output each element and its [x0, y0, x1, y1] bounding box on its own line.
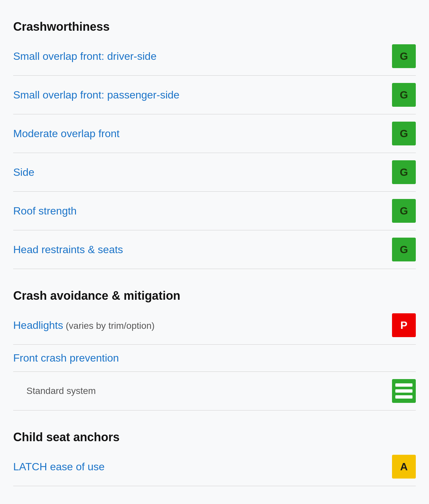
row-label: Moderate overlap front [13, 128, 120, 140]
rating-row[interactable]: Roof strengthG [13, 192, 416, 230]
page-content: CrashworthinessSmall overlap front: driv… [13, 20, 416, 486]
rating-row[interactable]: Head restraints & seatsG [13, 230, 416, 269]
rating-badge: G [392, 160, 416, 184]
rating-badge: A [392, 455, 416, 479]
rating-badge: G [392, 44, 416, 68]
rating-row[interactable]: Headlights (varies by trim/option)P [13, 306, 416, 345]
row-label: Roof strength [13, 205, 77, 217]
rating-row[interactable]: Small overlap front: passenger-sideG [13, 76, 416, 114]
row-note: (varies by trim/option) [63, 321, 155, 331]
row-label: Front crash prevention [13, 352, 119, 364]
row-label: Small overlap front: driver-side [13, 50, 157, 62]
row-label: Headlights (varies by trim/option) [13, 319, 155, 331]
section-crashworthiness: CrashworthinessSmall overlap front: driv… [13, 20, 416, 269]
rows-child-seat: LATCH ease of useA [13, 447, 416, 486]
rating-row[interactable]: SideG [13, 153, 416, 192]
section-title-child-seat: Child seat anchors [13, 430, 416, 444]
section-crash-avoidance: Crash avoidance & mitigationHeadlights (… [13, 269, 416, 410]
rating-row[interactable]: Small overlap front: driver-sideG [13, 37, 416, 76]
rating-badge: G [392, 199, 416, 223]
row-label: Side [13, 166, 34, 178]
row-label: Head restraints & seats [13, 244, 123, 256]
rating-row[interactable]: Front crash prevention [13, 345, 416, 372]
rating-row[interactable]: LATCH ease of useA [13, 447, 416, 486]
rating-badge: G [392, 122, 416, 145]
rating-row[interactable]: Moderate overlap frontG [13, 114, 416, 153]
section-title-crashworthiness: Crashworthiness [13, 20, 416, 34]
sub-rating-row: Standard system [13, 372, 416, 410]
rows-crash-avoidance: Headlights (varies by trim/option)PFront… [13, 306, 416, 410]
rating-badge: P [392, 313, 416, 337]
badge-line [395, 389, 412, 393]
section-child-seat: Child seat anchorsLATCH ease of useA [13, 410, 416, 486]
rows-crashworthiness: Small overlap front: driver-sideGSmall o… [13, 37, 416, 269]
badge-line [395, 383, 412, 387]
badge-line [395, 395, 412, 399]
row-label: LATCH ease of use [13, 461, 105, 473]
section-title-crash-avoidance: Crash avoidance & mitigation [13, 289, 416, 303]
sub-row-label: Standard system [26, 386, 96, 396]
lines-badge [392, 379, 416, 403]
rating-badge: G [392, 83, 416, 107]
row-label: Small overlap front: passenger-side [13, 89, 179, 101]
rating-badge: G [392, 238, 416, 261]
